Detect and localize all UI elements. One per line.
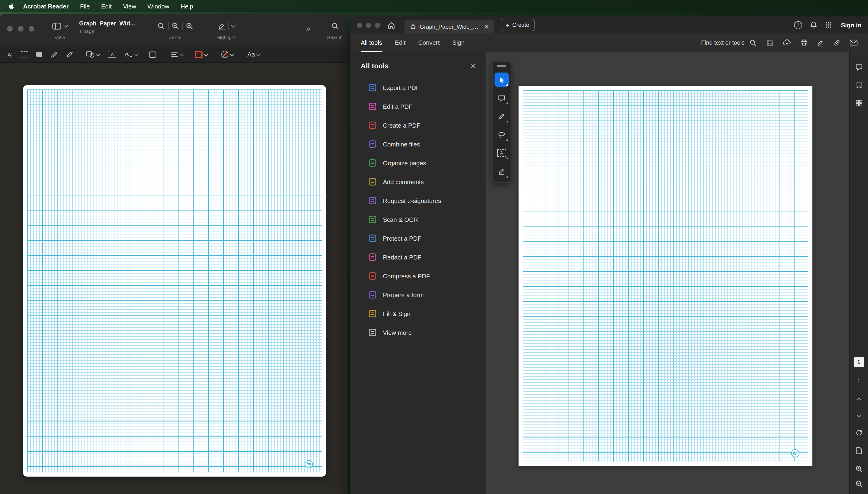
print-icon[interactable]: [800, 39, 808, 46]
previous-page-button[interactable]: [857, 395, 861, 404]
cloud-upload-icon[interactable]: [783, 39, 791, 46]
tool-item-combine-files[interactable]: Combine files: [351, 135, 486, 153]
tab-all-tools[interactable]: All tools: [361, 34, 382, 52]
minimize-window-button[interactable]: [18, 26, 23, 32]
find-tools-input[interactable]: [693, 39, 746, 46]
pen-icon: [51, 51, 58, 58]
redact-tool[interactable]: [37, 52, 43, 57]
star-icon[interactable]: [410, 23, 416, 30]
markup-toolbar: AI A: [0, 46, 347, 63]
tool-item-redact-a-pdf[interactable]: Redact a PDF: [351, 248, 486, 267]
tool-label: Create a PDF: [383, 122, 420, 129]
search-label: Search: [327, 34, 343, 40]
tool-item-compress-a-pdf[interactable]: Compress a PDF: [351, 267, 486, 285]
tool-item-export-a-pdf[interactable]: Export a PDF: [351, 78, 486, 97]
panel-title: All tools: [361, 62, 389, 70]
menu-item-view[interactable]: View: [123, 3, 136, 10]
notifications-bell-icon[interactable]: [810, 21, 817, 29]
apple-menu-icon[interactable]: [7, 3, 14, 10]
tool-item-view-more[interactable]: View more: [351, 323, 486, 342]
zoom-in-button[interactable]: [185, 22, 193, 30]
text-box-tool[interactable]: A: [108, 51, 117, 58]
search-control[interactable]: Search: [324, 19, 346, 40]
email-icon[interactable]: [850, 40, 857, 46]
home-icon[interactable]: [388, 21, 395, 28]
tab-convert[interactable]: Convert: [418, 34, 440, 52]
border-color-tool[interactable]: [195, 51, 208, 58]
toolbar-grip-handle[interactable]: [497, 65, 506, 68]
comments-panel-icon[interactable]: [855, 63, 863, 71]
create-button[interactable]: + Create: [501, 19, 534, 31]
close-panel-icon[interactable]: [471, 63, 476, 69]
tab-edit[interactable]: Edit: [395, 34, 405, 52]
zoom-in-icon[interactable]: [855, 465, 863, 473]
lasso-tool-button[interactable]: [494, 128, 509, 142]
close-window-button[interactable]: [357, 22, 362, 27]
zoom-window-button[interactable]: [29, 26, 34, 32]
save-icon[interactable]: [766, 39, 774, 46]
bookmarks-panel-icon[interactable]: [856, 81, 862, 89]
tab-sign[interactable]: Sign: [452, 34, 465, 52]
page-thumbnails-icon[interactable]: [855, 100, 862, 107]
tool-item-add-comments[interactable]: Add comments: [351, 172, 486, 191]
comment-tool-button[interactable]: [494, 91, 509, 105]
fill-color-tool[interactable]: [222, 51, 234, 58]
sign-in-button[interactable]: Sign in: [841, 21, 862, 28]
tool-item-scan-ocr[interactable]: Scan & OCR: [351, 210, 486, 229]
app-grid-icon[interactable]: [825, 22, 831, 28]
frame-tool[interactable]: [149, 51, 156, 58]
preview-document-title: Graph_Paper_Wid...: [79, 20, 135, 27]
document-tab[interactable]: Graph_Paper_Wide_Pr...: [404, 20, 494, 34]
fill-color-swatch-icon: [222, 51, 229, 58]
graph-paper-grid: [523, 90, 808, 461]
menu-item-help[interactable]: Help: [181, 3, 193, 10]
help-icon[interactable]: ?: [794, 21, 802, 29]
close-tab-icon[interactable]: [484, 24, 489, 29]
tool-item-protect-a-pdf[interactable]: Protect a PDF: [351, 229, 486, 248]
sketch-tool[interactable]: [51, 51, 58, 58]
tool-item-organize-pages[interactable]: Organize pages: [351, 153, 486, 172]
link-icon[interactable]: [833, 39, 841, 46]
request-signature-icon[interactable]: [817, 39, 824, 46]
draw-tool-button[interactable]: [494, 109, 509, 124]
signature-tool[interactable]: [125, 51, 138, 57]
zoom-out-icon[interactable]: [855, 480, 863, 488]
zoom-window-button[interactable]: [375, 22, 380, 27]
search-icon: [331, 22, 339, 30]
tool-item-prepare-a-form[interactable]: Prepare a form: [351, 285, 486, 304]
menu-app-name[interactable]: Acrobat Reader: [23, 3, 69, 10]
zoom-out-button[interactable]: [171, 22, 179, 30]
minimize-window-button[interactable]: [366, 22, 371, 27]
next-page-button[interactable]: [857, 410, 861, 419]
tool-item-create-a-pdf[interactable]: Create a PDF: [351, 116, 486, 135]
sign-tool-button[interactable]: [494, 164, 509, 178]
menu-item-file[interactable]: File: [80, 3, 90, 10]
tool-label: Protect a PDF: [383, 235, 421, 242]
rect-select-tool[interactable]: [21, 51, 29, 57]
font-style-tool[interactable]: Aa: [247, 51, 260, 58]
select-tool-button[interactable]: [494, 73, 509, 87]
export-document-icon[interactable]: [855, 447, 862, 454]
tool-item-edit-a-pdf[interactable]: Edit a PDF: [351, 97, 486, 116]
tool-label: Request e-signatures: [383, 197, 441, 204]
add-text-tool-button[interactable]: A: [494, 146, 509, 160]
search-icon[interactable]: [749, 39, 757, 46]
refresh-icon[interactable]: [855, 429, 863, 437]
highlighter-icon: [218, 22, 225, 30]
highlight-control[interactable]: Highlight: [209, 19, 243, 40]
menu-item-window[interactable]: Window: [147, 3, 169, 10]
tool-item-fill-and-sign[interactable]: Fill & Sign: [351, 304, 486, 323]
smart-sketch-tool[interactable]: [66, 51, 74, 58]
shapes-tool[interactable]: [87, 51, 100, 58]
view-control[interactable]: View: [45, 19, 74, 40]
zoom-fit-button[interactable]: [157, 22, 165, 30]
close-window-button[interactable]: [7, 26, 13, 32]
tool-item-request-e-signatures[interactable]: Request e-signatures: [351, 191, 486, 210]
tool-label: Edit a PDF: [383, 103, 413, 110]
line-style-tool[interactable]: [171, 52, 184, 57]
text-style-tool[interactable]: AI: [7, 52, 13, 57]
current-page-input[interactable]: 1: [854, 357, 864, 367]
acrobat-document-page: hp: [518, 86, 812, 466]
menu-item-edit[interactable]: Edit: [101, 3, 112, 10]
toolbar-overflow-button[interactable]: »: [306, 24, 310, 34]
